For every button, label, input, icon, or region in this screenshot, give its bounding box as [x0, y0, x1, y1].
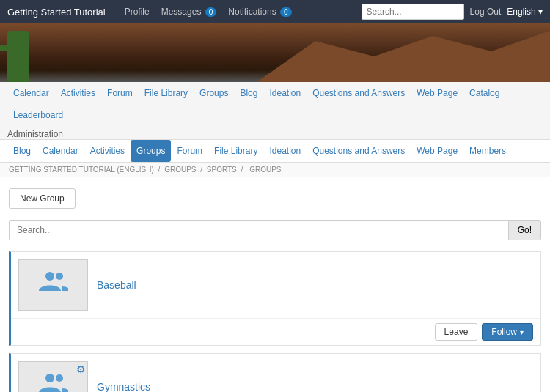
breadcrumb-sep1: / — [158, 166, 163, 174]
profile-link[interactable]: Profile — [120, 7, 154, 17]
svg-point-3 — [56, 374, 63, 382]
mainnav-file-library[interactable]: File Library — [139, 82, 194, 104]
sub-navigation: Blog Calendar Activities Groups Forum Fi… — [0, 140, 550, 163]
top-search-box — [362, 4, 464, 20]
hero-cactus — [7, 31, 29, 82]
group-item: Baseball Leave Follow ▾ — [9, 251, 541, 346]
group-search-bar: Go! — [9, 220, 541, 240]
group-item: ⚙ Gymnastics Leave Follow ▾ — [9, 353, 541, 392]
subnav-questions-answers[interactable]: Questions and Answers — [307, 140, 411, 162]
svg-point-0 — [45, 272, 54, 281]
top-nav-links: Profile Messages 0 Notifications 0 — [120, 7, 296, 17]
hero-image — [0, 23, 550, 82]
breadcrumb-sep2: / — [200, 166, 205, 174]
main-navigation: Calendar Activities Forum File Library G… — [0, 82, 550, 140]
mainnav-groups[interactable]: Groups — [194, 82, 234, 104]
subnav-members[interactable]: Members — [463, 140, 512, 162]
group-thumbnail: ⚙ — [18, 361, 88, 392]
subnav-ideation[interactable]: Ideation — [263, 140, 307, 162]
group-search-button[interactable]: Go! — [508, 220, 541, 240]
group-people-icon — [39, 371, 68, 392]
group-search-input[interactable] — [9, 220, 508, 240]
messages-link[interactable]: Messages 0 — [157, 7, 221, 17]
group-item-top: ⚙ Gymnastics — [11, 354, 540, 392]
follow-chevron-icon: ▾ — [520, 328, 524, 336]
logout-link[interactable]: Log Out — [470, 7, 502, 17]
mainnav-blog[interactable]: Blog — [234, 82, 263, 104]
notifications-badge: 0 — [280, 7, 292, 17]
svg-point-2 — [45, 374, 54, 382]
group-settings-icon: ⚙ — [76, 363, 86, 375]
page-content: New Group Go! Baseball — [0, 177, 550, 392]
mainnav-catalog[interactable]: Catalog — [463, 82, 505, 104]
mainnav-web-page[interactable]: Web Page — [411, 82, 463, 104]
subnav-activities[interactable]: Activities — [84, 140, 131, 162]
administration-label: Administration — [7, 126, 543, 139]
follow-button-baseball[interactable]: Follow ▾ — [482, 323, 533, 341]
leave-button-baseball[interactable]: Leave — [435, 323, 478, 341]
mainnav-forum[interactable]: Forum — [101, 82, 139, 104]
top-navigation: Getting Started Tutorial Profile Message… — [0, 0, 550, 23]
breadcrumb: GETTING STARTED TUTORIAL (ENGLISH) / GRO… — [0, 163, 550, 177]
svg-point-1 — [56, 273, 63, 280]
subnav-forum[interactable]: Forum — [171, 140, 208, 162]
mainnav-calendar[interactable]: Calendar — [7, 82, 55, 104]
language-selector[interactable]: English ▾ — [507, 7, 543, 17]
new-group-button[interactable]: New Group — [9, 188, 76, 209]
breadcrumb-sep3: / — [241, 166, 246, 174]
group-people-icon — [39, 269, 68, 301]
group-name-baseball[interactable]: Baseball — [97, 279, 136, 291]
group-name-gymnastics[interactable]: Gymnastics — [97, 381, 150, 392]
subnav-blog[interactable]: Blog — [7, 140, 37, 162]
group-thumbnail — [18, 259, 88, 311]
site-title: Getting Started Tutorial — [7, 7, 106, 18]
mainnav-leaderboard[interactable]: Leaderboard — [7, 104, 69, 126]
group-list: Baseball Leave Follow ▾ — [9, 251, 541, 392]
top-search-input[interactable] — [362, 4, 464, 20]
mainnav-ideation[interactable]: Ideation — [263, 82, 307, 104]
mainnav-activities[interactable]: Activities — [55, 82, 101, 104]
subnav-web-page[interactable]: Web Page — [411, 140, 463, 162]
breadcrumb-groups[interactable]: GROUPS — [164, 166, 196, 174]
hero-mountain — [257, 31, 550, 82]
group-item-top: Baseball — [11, 252, 540, 318]
breadcrumb-site[interactable]: GETTING STARTED TUTORIAL (ENGLISH) — [9, 166, 154, 174]
breadcrumb-sports[interactable]: SPORTS — [207, 166, 237, 174]
messages-badge: 0 — [205, 7, 217, 17]
subnav-file-library[interactable]: File Library — [208, 140, 263, 162]
notifications-link[interactable]: Notifications 0 — [224, 7, 296, 17]
breadcrumb-current: GROUPS — [249, 166, 281, 174]
subnav-calendar[interactable]: Calendar — [37, 140, 84, 162]
group-item-bottom: Leave Follow ▾ — [11, 318, 540, 345]
subnav-groups[interactable]: Groups — [131, 140, 171, 162]
mainnav-questions-answers[interactable]: Questions and Answers — [307, 82, 411, 104]
